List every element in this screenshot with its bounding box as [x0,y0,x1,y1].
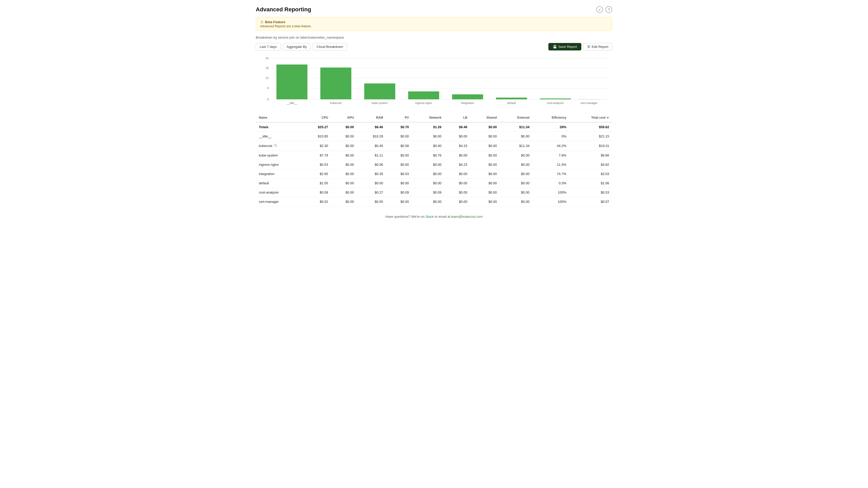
cell-total_cost: $0.07 [569,197,612,206]
cell-ram: $0.35 [357,169,386,178]
cell-pv: $0.70 [386,122,412,132]
help-icon[interactable]: ? [606,6,612,13]
col-header-gpu: GPU [331,113,357,122]
beta-banner-title: ⚠ Beta Feature [260,20,608,24]
edit-report-button[interactable]: ☰ Edit Report [583,43,612,51]
data-table: Name CPU GPU RAM PV Network LB Shared Ex… [256,113,612,206]
cell-total_cost: $3.03 [569,169,612,178]
toolbar-right: 💾 Save Report ☰ Edit Report [548,43,612,51]
cell-gpu: $0.00 [331,188,357,197]
cell-network: $0.76 [412,151,445,160]
cell-pv: $0.00 [386,151,412,160]
table-body: Totals$25.27$0.00$8.46$0.70$1.26$8.46$0.… [256,122,612,206]
cell-cpu: $2.30 [302,141,331,151]
search-mini-icon[interactable] [274,143,277,148]
beta-banner: ⚠ Beta Feature Advanced Reports are a be… [256,17,612,31]
cell-name: kubecost [256,141,302,151]
bar-idle [276,65,307,99]
cell-cpu: $1.05 [302,178,331,188]
cell-network: $1.26 [412,122,445,132]
cell-efficiency: 11.5% [533,160,569,169]
cell-external: $0.00 [500,132,533,141]
cell-lb: $8.46 [444,122,470,132]
cell-gpu: $0.00 [331,169,357,178]
aggregate-by-button[interactable]: Aggregate By [283,43,311,51]
page-title: Advanced Reporting [256,6,311,13]
table-row: kubecost$2.30$0.00$0.45$0.58$0.40$4.23$0… [256,141,612,151]
cell-cpu: $25.27 [302,122,331,132]
cell-total_cost: $1.06 [569,178,612,188]
chart-area: 24 18 12 6 0 __idle__ kubecost kube-syst… [256,56,612,107]
cell-external: $0.00 [500,178,533,188]
table-row: ingress-nginx$0.53$0.00$0.06$0.00$0.00$4… [256,160,612,169]
breakdown-label: Breakdown by service join on label:kuber… [256,35,612,39]
cell-name: default [256,178,302,188]
table-row: Totals$25.27$0.00$8.46$0.70$1.26$8.46$0.… [256,122,612,132]
cell-name: cert-manager [256,197,302,206]
svg-text:ingress-nginx: ingress-nginx [415,101,432,104]
col-header-total-cost[interactable]: Total cost ▼ [569,113,612,122]
cell-lb: $0.00 [444,188,470,197]
cell-external: $0.00 [500,188,533,197]
cloud-breakdown-button[interactable]: Cloud Breakdown [313,43,347,51]
table-row: kube-system$7.79$0.00$1.11$0.00$0.76$0.0… [256,151,612,160]
warning-icon: ⚠ [260,20,264,24]
header: Advanced Reporting ✓ ? [256,6,612,13]
cell-external: $0.00 [500,197,533,206]
cell-external: $11.34 [500,122,533,132]
save-icon: 💾 [553,45,557,48]
cell-ram: $10.29 [357,132,386,141]
cell-ram: $8.46 [357,122,386,132]
bar-default [496,98,527,99]
cell-network: $0.40 [412,141,445,151]
cell-network: $0.00 [412,169,445,178]
svg-text:kubecost: kubecost [330,101,342,104]
save-report-button[interactable]: 💾 Save Report [548,43,581,51]
cell-shared: $0.00 [470,169,500,178]
cell-network: $0.00 [412,178,445,188]
cell-network: $0.09 [412,188,445,197]
cell-gpu: $0.00 [331,151,357,160]
email-link[interactable]: team@kubecost.com [451,215,483,219]
bar-kube-system [364,84,395,99]
sort-icon: ▼ [607,116,609,119]
svg-text:integration: integration [461,101,474,104]
col-header-lb: LB [444,113,470,122]
edit-icon: ☰ [587,45,590,48]
svg-text:cert-manager: cert-manager [581,101,597,104]
data-table-container: Name CPU GPU RAM PV Network LB Shared Ex… [256,113,612,206]
svg-text:cost-analyzer: cost-analyzer [547,101,564,104]
cell-shared: $0.00 [470,178,500,188]
bar-chart: 24 18 12 6 0 __idle__ kubecost kube-syst… [256,56,612,107]
check-circle-icon[interactable]: ✓ [596,6,603,13]
cell-lb: $0.00 [444,151,470,160]
beta-banner-description: Advanced Reports are a beta feature. [260,25,608,28]
bar-ingress-nginx [408,91,439,99]
cell-pv: $0.00 [386,197,412,206]
cell-shared: $0.00 [470,132,500,141]
cell-pv: $0.00 [386,132,412,141]
cell-name: cost-analyzer [256,188,302,197]
svg-text:0: 0 [267,98,269,101]
cell-gpu: $0.00 [331,197,357,206]
table-header-row: Name CPU GPU RAM PV Network LB Shared Ex… [256,113,612,122]
slack-link[interactable]: Slack [426,215,434,219]
cell-shared: $0.00 [470,197,500,206]
cell-pv: $0.09 [386,188,412,197]
cell-shared: $0.00 [470,151,500,160]
cell-cpu: $0.02 [302,197,331,206]
footer: Have questions? We're on Slack or email … [256,215,612,219]
cell-ram: $0.00 [357,178,386,188]
cell-lb: $0.00 [444,132,470,141]
svg-text:18: 18 [266,66,269,69]
bar-cost-analyzer [540,99,571,99]
cell-network: $0.00 [412,132,445,141]
cell-shared: $0.00 [470,141,500,151]
svg-text:kube-system: kube-system [372,101,388,104]
bar-integration [452,94,483,99]
last7days-button[interactable]: Last 7 days [256,43,281,51]
cell-efficiency: 100% [533,197,569,206]
cell-gpu: $0.00 [331,122,357,132]
table-row: default$1.05$0.00$0.00$0.00$0.00$0.00$0.… [256,178,612,188]
cell-network: $0.00 [412,197,445,206]
